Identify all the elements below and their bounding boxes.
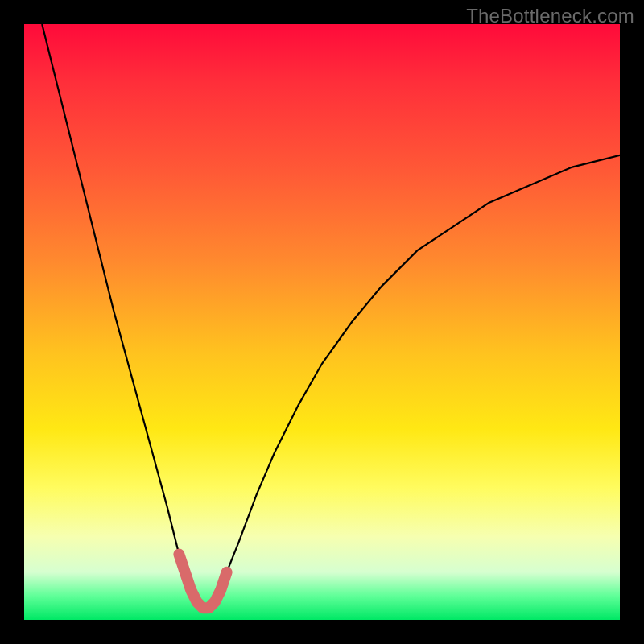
chart-frame: TheBottleneck.com <box>0 0 644 644</box>
minimum-highlight <box>179 555 226 609</box>
watermark-text: TheBottleneck.com <box>466 5 634 27</box>
plot-area <box>24 24 620 620</box>
curve-layer <box>24 24 620 620</box>
bottleneck-curve <box>42 24 620 608</box>
